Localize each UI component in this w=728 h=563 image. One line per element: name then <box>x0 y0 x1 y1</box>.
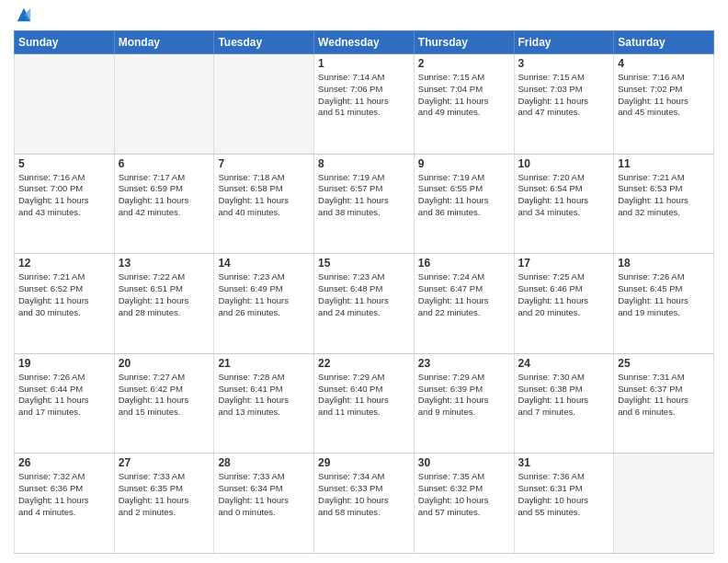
day-info: Sunrise: 7:32 AM Sunset: 6:36 PM Dayligh… <box>18 471 110 518</box>
header-monday: Monday <box>114 31 214 54</box>
day-number: 6 <box>119 157 210 170</box>
day-number: 10 <box>518 157 610 170</box>
day-info: Sunrise: 7:27 AM Sunset: 6:42 PM Dayligh… <box>119 372 210 419</box>
logo-icon <box>16 6 32 23</box>
header-friday: Friday <box>514 31 614 54</box>
day-number: 20 <box>119 357 210 370</box>
day-info: Sunrise: 7:31 AM Sunset: 6:37 PM Dayligh… <box>618 372 710 419</box>
day-cell: 16Sunrise: 7:24 AM Sunset: 6:47 PM Dayli… <box>414 254 514 354</box>
day-info: Sunrise: 7:21 AM Sunset: 6:52 PM Dayligh… <box>18 271 110 318</box>
day-number: 13 <box>119 257 210 270</box>
day-info: Sunrise: 7:35 AM Sunset: 6:32 PM Dayligh… <box>418 471 510 518</box>
day-cell <box>15 54 115 155</box>
day-number: 30 <box>418 456 510 469</box>
day-number: 7 <box>218 157 310 170</box>
header-thursday: Thursday <box>414 31 514 54</box>
day-cell: 20Sunrise: 7:27 AM Sunset: 6:42 PM Dayli… <box>114 353 214 454</box>
header-sunday: Sunday <box>15 31 115 54</box>
header-saturday: Saturday <box>614 31 714 54</box>
day-info: Sunrise: 7:18 AM Sunset: 6:58 PM Dayligh… <box>218 172 310 219</box>
header-tuesday: Tuesday <box>214 31 314 54</box>
week-row-4: 19Sunrise: 7:26 AM Sunset: 6:44 PM Dayli… <box>15 353 714 454</box>
day-number: 2 <box>418 57 510 70</box>
day-cell <box>214 54 314 155</box>
day-info: Sunrise: 7:16 AM Sunset: 7:00 PM Dayligh… <box>18 172 110 219</box>
day-cell: 24Sunrise: 7:30 AM Sunset: 6:38 PM Dayli… <box>514 353 614 454</box>
day-cell: 15Sunrise: 7:23 AM Sunset: 6:48 PM Dayli… <box>314 254 415 354</box>
day-cell: 25Sunrise: 7:31 AM Sunset: 6:37 PM Dayli… <box>614 353 714 454</box>
day-cell: 17Sunrise: 7:25 AM Sunset: 6:46 PM Dayli… <box>514 254 614 354</box>
day-info: Sunrise: 7:36 AM Sunset: 6:31 PM Dayligh… <box>518 471 610 518</box>
day-info: Sunrise: 7:26 AM Sunset: 6:44 PM Dayligh… <box>18 372 110 419</box>
day-number: 29 <box>318 456 410 469</box>
day-info: Sunrise: 7:33 AM Sunset: 6:34 PM Dayligh… <box>218 471 310 518</box>
day-number: 21 <box>218 357 310 370</box>
day-cell: 29Sunrise: 7:34 AM Sunset: 6:33 PM Dayli… <box>314 454 415 554</box>
day-cell: 2Sunrise: 7:15 AM Sunset: 7:04 PM Daylig… <box>414 54 514 155</box>
day-cell: 5Sunrise: 7:16 AM Sunset: 7:00 PM Daylig… <box>15 154 115 254</box>
day-number: 8 <box>318 157 410 170</box>
day-info: Sunrise: 7:28 AM Sunset: 6:41 PM Dayligh… <box>218 372 310 419</box>
day-info: Sunrise: 7:14 AM Sunset: 7:06 PM Dayligh… <box>318 72 410 119</box>
day-cell: 22Sunrise: 7:29 AM Sunset: 6:40 PM Dayli… <box>314 353 415 454</box>
day-info: Sunrise: 7:26 AM Sunset: 6:45 PM Dayligh… <box>618 271 710 318</box>
logo <box>14 14 32 23</box>
weekday-header-row: Sunday Monday Tuesday Wednesday Thursday… <box>15 31 714 54</box>
day-info: Sunrise: 7:24 AM Sunset: 6:47 PM Dayligh… <box>418 271 510 318</box>
day-info: Sunrise: 7:15 AM Sunset: 7:03 PM Dayligh… <box>518 72 610 119</box>
day-cell: 6Sunrise: 7:17 AM Sunset: 6:59 PM Daylig… <box>114 154 214 254</box>
day-number: 26 <box>18 456 110 469</box>
day-number: 25 <box>618 357 710 370</box>
day-cell: 14Sunrise: 7:23 AM Sunset: 6:49 PM Dayli… <box>214 254 314 354</box>
day-info: Sunrise: 7:15 AM Sunset: 7:04 PM Dayligh… <box>418 72 510 119</box>
week-row-5: 26Sunrise: 7:32 AM Sunset: 6:36 PM Dayli… <box>15 454 714 554</box>
day-info: Sunrise: 7:23 AM Sunset: 6:48 PM Dayligh… <box>318 271 410 318</box>
day-cell: 26Sunrise: 7:32 AM Sunset: 6:36 PM Dayli… <box>15 454 115 554</box>
day-number: 15 <box>318 257 410 270</box>
day-number: 3 <box>518 57 610 70</box>
day-number: 11 <box>618 157 710 170</box>
day-info: Sunrise: 7:22 AM Sunset: 6:51 PM Dayligh… <box>119 271 210 318</box>
day-number: 5 <box>18 157 110 170</box>
day-cell: 9Sunrise: 7:19 AM Sunset: 6:55 PM Daylig… <box>414 154 514 254</box>
day-cell: 28Sunrise: 7:33 AM Sunset: 6:34 PM Dayli… <box>214 454 314 554</box>
day-number: 24 <box>518 357 610 370</box>
day-info: Sunrise: 7:21 AM Sunset: 6:53 PM Dayligh… <box>618 172 710 219</box>
day-cell: 30Sunrise: 7:35 AM Sunset: 6:32 PM Dayli… <box>414 454 514 554</box>
day-info: Sunrise: 7:29 AM Sunset: 6:39 PM Dayligh… <box>418 372 510 419</box>
day-info: Sunrise: 7:30 AM Sunset: 6:38 PM Dayligh… <box>518 372 610 419</box>
day-cell: 21Sunrise: 7:28 AM Sunset: 6:41 PM Dayli… <box>214 353 314 454</box>
week-row-1: 1Sunrise: 7:14 AM Sunset: 7:06 PM Daylig… <box>15 54 714 155</box>
day-info: Sunrise: 7:23 AM Sunset: 6:49 PM Dayligh… <box>218 271 310 318</box>
day-number: 28 <box>218 456 310 469</box>
day-info: Sunrise: 7:33 AM Sunset: 6:35 PM Dayligh… <box>119 471 210 518</box>
day-number: 27 <box>119 456 210 469</box>
day-cell: 11Sunrise: 7:21 AM Sunset: 6:53 PM Dayli… <box>614 154 714 254</box>
day-cell: 4Sunrise: 7:16 AM Sunset: 7:02 PM Daylig… <box>614 54 714 155</box>
day-number: 31 <box>518 456 610 469</box>
day-cell: 27Sunrise: 7:33 AM Sunset: 6:35 PM Dayli… <box>114 454 214 554</box>
day-cell: 10Sunrise: 7:20 AM Sunset: 6:54 PM Dayli… <box>514 154 614 254</box>
day-cell: 3Sunrise: 7:15 AM Sunset: 7:03 PM Daylig… <box>514 54 614 155</box>
day-cell <box>614 454 714 554</box>
day-info: Sunrise: 7:25 AM Sunset: 6:46 PM Dayligh… <box>518 271 610 318</box>
day-info: Sunrise: 7:20 AM Sunset: 6:54 PM Dayligh… <box>518 172 610 219</box>
day-number: 17 <box>518 257 610 270</box>
day-cell: 23Sunrise: 7:29 AM Sunset: 6:39 PM Dayli… <box>414 353 514 454</box>
day-info: Sunrise: 7:34 AM Sunset: 6:33 PM Dayligh… <box>318 471 410 518</box>
day-cell: 13Sunrise: 7:22 AM Sunset: 6:51 PM Dayli… <box>114 254 214 354</box>
header-wednesday: Wednesday <box>314 31 415 54</box>
week-row-2: 5Sunrise: 7:16 AM Sunset: 7:00 PM Daylig… <box>15 154 714 254</box>
day-cell: 18Sunrise: 7:26 AM Sunset: 6:45 PM Dayli… <box>614 254 714 354</box>
day-info: Sunrise: 7:19 AM Sunset: 6:57 PM Dayligh… <box>318 172 410 219</box>
day-number: 14 <box>218 257 310 270</box>
day-number: 1 <box>318 57 410 70</box>
calendar-table: Sunday Monday Tuesday Wednesday Thursday… <box>14 30 714 554</box>
day-number: 12 <box>18 257 110 270</box>
day-number: 23 <box>418 357 510 370</box>
day-cell: 19Sunrise: 7:26 AM Sunset: 6:44 PM Dayli… <box>15 353 115 454</box>
day-number: 16 <box>418 257 510 270</box>
day-cell <box>114 54 214 155</box>
day-info: Sunrise: 7:29 AM Sunset: 6:40 PM Dayligh… <box>318 372 410 419</box>
page: Sunday Monday Tuesday Wednesday Thursday… <box>0 0 728 563</box>
